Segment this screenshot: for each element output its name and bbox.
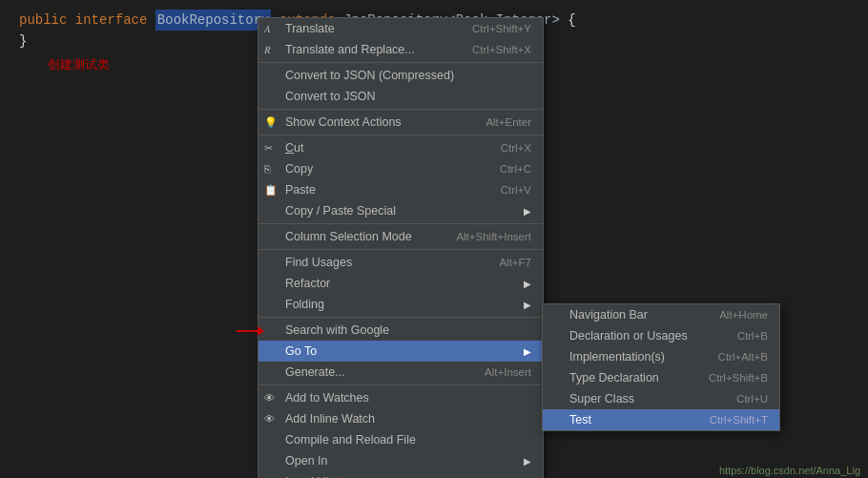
submenu-item-test[interactable]: Test Ctrl+Shift+T [543, 409, 779, 430]
goto-arrow-icon: ▶ [524, 346, 531, 357]
divider-3 [258, 135, 543, 135]
menu-item-search-google[interactable]: Search with Google [258, 320, 543, 341]
menu-item-cut[interactable]: ✂ Cut Ctrl+X [258, 137, 543, 158]
lightbulb-icon: 💡 [264, 116, 278, 129]
submenu-item-super-class[interactable]: Super Class Ctrl+U [543, 388, 779, 409]
folding-arrow: ▶ [524, 300, 531, 310]
menu-item-generate[interactable]: Generate... Alt+Insert [258, 362, 543, 383]
cut-icon: ✂ [264, 142, 273, 155]
divider-7 [258, 384, 543, 385]
divider-2 [258, 109, 543, 110]
submenu-item-implementations[interactable]: Implementation(s) Ctrl+Alt+B [543, 346, 779, 367]
menu-item-find-usages[interactable]: Find Usages Alt+F7 [258, 252, 543, 273]
divider-5 [258, 249, 543, 250]
menu-item-add-to-watches[interactable]: 👁 Add to Watches [258, 387, 543, 408]
menu-item-add-inline-watch[interactable]: 👁 Add Inline Watch [258, 408, 543, 429]
red-arrow-indicator [237, 330, 263, 332]
translate-icon: 𝐴 [264, 23, 271, 35]
divider-1 [258, 62, 543, 63]
menu-item-folding[interactable]: Folding ▶ [258, 294, 543, 315]
menu-item-compile-reload[interactable]: Compile and Reload File [258, 429, 543, 450]
inline-watch-icon: 👁 [264, 413, 275, 425]
menu-item-paste[interactable]: 📋 Paste Ctrl+V [258, 179, 543, 200]
bottom-bar: https://blog.csdn.net/Anna_Lig [712, 463, 868, 478]
menu-item-refactor[interactable]: Refactor ▶ [258, 273, 543, 294]
goto-submenu: Navigation Bar Alt+Home Declaration or U… [542, 303, 780, 431]
submenu-item-type-declaration[interactable]: Type Declaration Ctrl+Shift+B [543, 367, 779, 388]
divider-6 [258, 317, 543, 318]
copy-icon: ⎘ [264, 163, 271, 175]
menu-item-local-history[interactable]: Local History [258, 471, 543, 478]
open-in-arrow: ▶ [524, 456, 531, 467]
menu-item-convert-json[interactable]: Convert to JSON [258, 86, 543, 107]
context-menu: 𝐴 Translate Ctrl+Shift+Y 𝑅 Translate and… [258, 17, 544, 478]
watch-icon: 👁 [264, 392, 275, 404]
url-text: https://blog.csdn.net/Anna_Lig [719, 465, 860, 476]
menu-item-translate-replace[interactable]: 𝑅 Translate and Replace... Ctrl+Shift+X [258, 39, 543, 60]
paste-icon: 📋 [264, 184, 278, 197]
submenu-item-declaration[interactable]: Declaration or Usages Ctrl+B [543, 325, 779, 346]
menu-item-translate[interactable]: 𝐴 Translate Ctrl+Shift+Y [258, 18, 543, 39]
menu-item-convert-json-compressed[interactable]: Convert to JSON (Compressed) [258, 65, 543, 86]
menu-item-column-selection[interactable]: Column Selection Mode Alt+Shift+Insert [258, 226, 543, 247]
menu-item-open-in[interactable]: Open In ▶ [258, 450, 543, 471]
menu-item-show-context-actions[interactable]: 💡 Show Context Actions Alt+Enter [258, 112, 543, 133]
menu-item-goto[interactable]: Go To ▶ [258, 341, 543, 362]
menu-item-copy[interactable]: ⎘ Copy Ctrl+C [258, 158, 543, 179]
menu-item-copy-paste-special[interactable]: Copy / Paste Special ▶ [258, 200, 543, 221]
translate-replace-icon: 𝑅 [264, 44, 271, 56]
submenu-arrow: ▶ [524, 206, 531, 217]
divider-4 [258, 223, 543, 224]
submenu-item-navigation-bar[interactable]: Navigation Bar Alt+Home [543, 304, 779, 325]
refactor-arrow: ▶ [524, 279, 531, 289]
